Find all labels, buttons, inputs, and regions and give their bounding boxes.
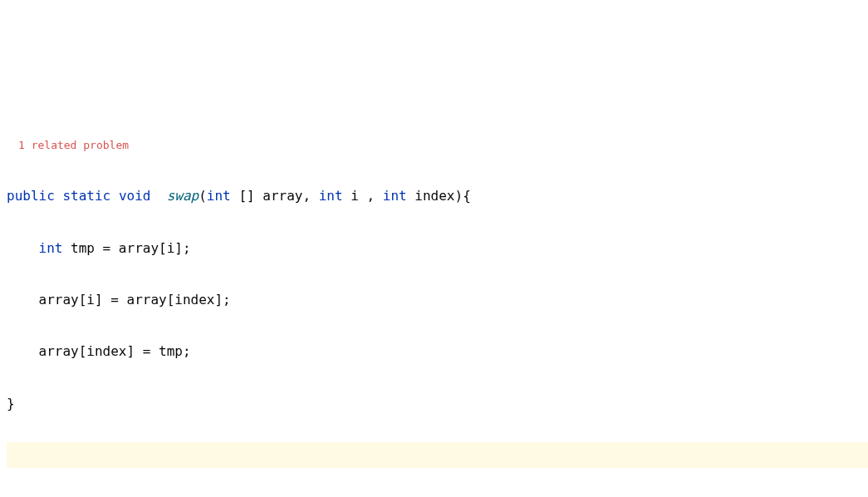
code-line: public static void selectSort(int[] arra… bbox=[7, 494, 868, 497]
code-editor: 1 related problem public static void swa… bbox=[0, 106, 868, 497]
code-line: array[i] = array[index]; bbox=[7, 287, 868, 312]
kw-int: int bbox=[39, 240, 63, 256]
kw-int: int bbox=[319, 188, 343, 204]
text: tmp = array[i]; bbox=[62, 240, 190, 256]
method-swap: swap bbox=[167, 188, 199, 204]
hint-line: 1 related problem bbox=[7, 131, 868, 157]
code-line: } bbox=[7, 391, 868, 416]
kw-static: static bbox=[62, 188, 110, 204]
hint-text: 1 related problem bbox=[7, 139, 129, 151]
param-i: i , bbox=[343, 188, 383, 204]
code-line: array[index] = tmp; bbox=[7, 338, 868, 364]
kw-int: int bbox=[207, 188, 231, 204]
param-index: index){ bbox=[407, 188, 471, 204]
param-array: [] array, bbox=[238, 188, 318, 204]
code-line: public static void swap(int [] array, in… bbox=[7, 183, 868, 209]
kw-int: int bbox=[383, 188, 407, 204]
kw-public: public bbox=[7, 188, 55, 204]
code-line: int tmp = array[i]; bbox=[7, 235, 868, 261]
code-line-highlighted bbox=[7, 442, 868, 468]
kw-void: void bbox=[119, 188, 151, 204]
